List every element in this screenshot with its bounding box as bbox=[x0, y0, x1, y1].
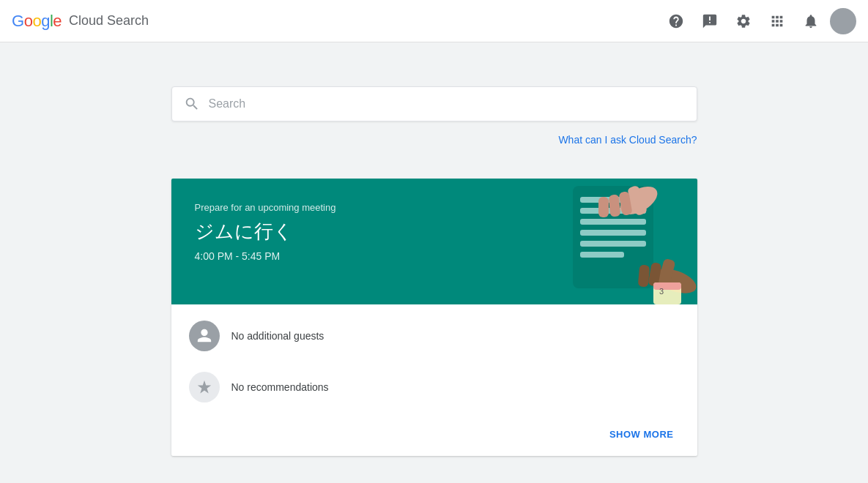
help-icon bbox=[668, 13, 684, 29]
app-title: Cloud Search bbox=[69, 13, 149, 29]
ask-cloud-search-link[interactable]: What can I ask Cloud Search? bbox=[558, 134, 697, 146]
header-icon-group bbox=[661, 7, 856, 36]
google-letter-g2: g bbox=[41, 12, 50, 31]
recommendations-text: No recommendations bbox=[231, 381, 329, 393]
feedback-button[interactable] bbox=[695, 7, 724, 36]
google-letter-o2: o bbox=[32, 12, 41, 31]
svg-rect-3 bbox=[580, 219, 646, 225]
banner-illustration-svg: 3 bbox=[463, 179, 697, 304]
user-avatar[interactable] bbox=[830, 8, 856, 34]
search-container bbox=[171, 86, 697, 121]
apps-button[interactable] bbox=[763, 7, 792, 36]
guests-text: No additional guests bbox=[231, 330, 324, 342]
card-row-recommendations: No recommendations bbox=[171, 362, 697, 413]
google-letter-e: e bbox=[53, 12, 62, 31]
svg-rect-11 bbox=[598, 197, 609, 217]
settings-button[interactable] bbox=[729, 7, 758, 36]
app-header: Google Cloud Search bbox=[0, 0, 868, 42]
search-bar bbox=[171, 86, 697, 121]
card-body: No additional guests No recommendations bbox=[171, 304, 697, 419]
svg-rect-5 bbox=[580, 241, 646, 247]
show-more-button[interactable]: SHOW MORE bbox=[604, 424, 680, 444]
svg-text:3: 3 bbox=[659, 287, 664, 296]
search-input[interactable] bbox=[209, 97, 685, 111]
svg-rect-17 bbox=[653, 282, 681, 290]
main-content: What can I ask Cloud Search? Prepare for… bbox=[0, 42, 868, 456]
feedback-icon bbox=[702, 13, 718, 29]
google-letter-o1: o bbox=[24, 12, 33, 31]
svg-rect-10 bbox=[608, 194, 620, 217]
google-letter-g: G bbox=[12, 12, 24, 31]
apps-icon bbox=[769, 13, 785, 29]
recommendations-icon bbox=[189, 372, 220, 402]
notifications-button[interactable] bbox=[796, 7, 826, 36]
card-footer: SHOW MORE bbox=[171, 419, 697, 456]
settings-icon bbox=[735, 13, 752, 29]
svg-rect-6 bbox=[580, 252, 624, 258]
search-icon bbox=[184, 96, 200, 112]
logo: Google Cloud Search bbox=[12, 12, 149, 31]
card-banner: Prepare for an upcoming meeting ジムに行く 4:… bbox=[171, 179, 697, 304]
meeting-card: Prepare for an upcoming meeting ジムに行く 4:… bbox=[171, 179, 697, 456]
google-wordmark: Google bbox=[12, 12, 62, 31]
person-icon bbox=[196, 328, 212, 344]
svg-rect-15 bbox=[637, 264, 650, 287]
help-button[interactable] bbox=[661, 7, 691, 36]
card-row-guests: No additional guests bbox=[171, 310, 697, 362]
svg-rect-4 bbox=[580, 230, 646, 236]
recommendations-star-icon bbox=[196, 379, 212, 395]
ask-link-row: What can I ask Cloud Search? bbox=[171, 133, 697, 146]
notifications-icon bbox=[803, 13, 819, 29]
search-icon-wrap bbox=[184, 96, 200, 112]
guests-icon bbox=[189, 321, 220, 351]
banner-illustration: 3 bbox=[463, 179, 697, 304]
